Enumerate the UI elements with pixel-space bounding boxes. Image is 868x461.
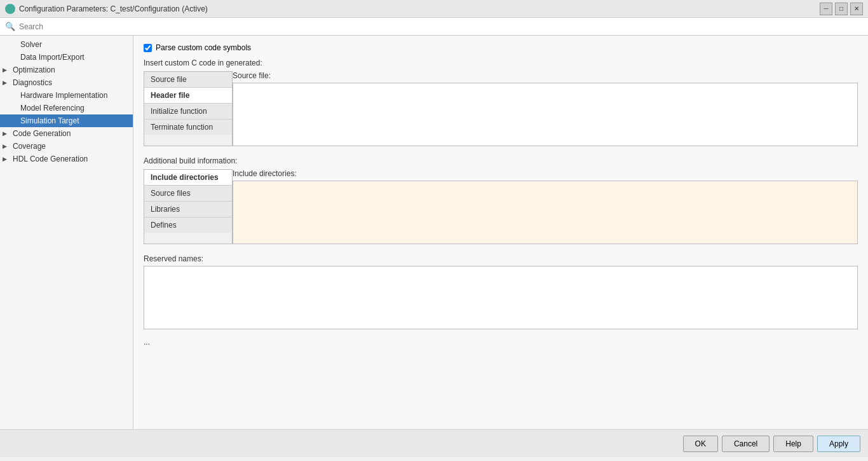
parse-custom-code-row: Parse custom code symbols: [144, 43, 858, 52]
search-input[interactable]: [19, 22, 863, 31]
additional-textarea-label: Include directories:: [233, 169, 858, 178]
sidebar-label-code-gen: Code Generation: [13, 129, 71, 138]
ok-button[interactable]: OK: [683, 436, 718, 452]
sidebar-label-diagnostics: Diagnostics: [13, 78, 52, 87]
add-tab-libraries[interactable]: Libraries: [144, 202, 232, 217]
sidebar-item-data-import-export[interactable]: Data Import/Export: [0, 51, 133, 64]
help-button[interactable]: Help: [773, 436, 813, 452]
sidebar-item-hardware-implementation[interactable]: Hardware Implementation: [0, 89, 133, 102]
reserved-names-label: Reserved names:: [144, 254, 858, 263]
maximize-button[interactable]: □: [835, 3, 848, 15]
reserved-names-textarea[interactable]: [144, 266, 858, 329]
sidebar-item-coverage[interactable]: ▶ Coverage: [0, 140, 133, 153]
title-bar: Configuration Parameters: C_test/Configu…: [0, 0, 868, 18]
sidebar-item-simulation-target[interactable]: Simulation Target: [0, 114, 133, 127]
tab-source-file[interactable]: Source file: [144, 72, 232, 88]
insert-textarea-label: Source file:: [233, 71, 858, 80]
additional-textarea[interactable]: [233, 181, 858, 244]
parse-custom-code-label: Parse custom code symbols: [156, 43, 251, 52]
no-arrow: [10, 118, 18, 124]
sidebar-label-coverage: Coverage: [13, 142, 46, 151]
sidebar-item-code-generation[interactable]: ▶ Code Generation: [0, 127, 133, 140]
expand-arrow-hdl: ▶: [3, 156, 10, 162]
bottom-bar: OK Cancel Help Apply: [0, 429, 868, 457]
sidebar-item-hdl-code-gen[interactable]: ▶ HDL Code Generation: [0, 153, 133, 165]
additional-label: Additional build information:: [144, 156, 858, 165]
sidebar: Solver Data Import/Export ▶ Optimization…: [0, 36, 133, 429]
minimize-button[interactable]: ─: [820, 3, 832, 15]
expand-arrow-diagnostics: ▶: [3, 79, 10, 86]
no-arrow: [10, 92, 18, 99]
additional-tabs-row: Include directories Source files Librari…: [144, 169, 858, 244]
expand-arrow-code-gen: ▶: [3, 130, 10, 137]
additional-section: Additional build information: Include di…: [144, 156, 858, 244]
sidebar-label-optimization: Optimization: [13, 65, 55, 74]
insert-section-label: Insert custom C code in generated:: [144, 58, 858, 67]
sidebar-item-diagnostics[interactable]: ▶ Diagnostics: [0, 76, 133, 89]
additional-tabs-list: Include directories Source files Librari…: [144, 169, 233, 244]
app-icon: [5, 4, 15, 14]
title-bar-left: Configuration Parameters: C_test/Configu…: [5, 4, 208, 14]
sidebar-item-model-referencing[interactable]: Model Referencing: [0, 102, 133, 114]
window-title: Configuration Parameters: C_test/Configu…: [19, 4, 208, 13]
apply-button[interactable]: Apply: [817, 436, 860, 452]
sidebar-label-hdl: HDL Code Generation: [13, 155, 88, 163]
parse-custom-code-checkbox[interactable]: [144, 44, 152, 52]
sidebar-label-model-ref: Model Referencing: [20, 104, 85, 113]
add-tab-defines[interactable]: Defines: [144, 217, 232, 233]
main-layout: Solver Data Import/Export ▶ Optimization…: [0, 36, 868, 429]
no-arrow: [10, 105, 18, 111]
cancel-button[interactable]: Cancel: [722, 436, 770, 452]
close-button[interactable]: ✕: [850, 3, 863, 15]
expand-arrow-coverage: ▶: [3, 143, 10, 149]
insert-section: Source file Header file Initialize funct…: [144, 71, 858, 146]
add-tab-include-directories[interactable]: Include directories: [144, 170, 232, 186]
reserved-section: Reserved names:: [144, 254, 858, 331]
insert-tabs-list: Source file Header file Initialize funct…: [144, 71, 233, 146]
insert-textarea[interactable]: [233, 83, 858, 146]
sidebar-label-solver: Solver: [20, 40, 42, 49]
insert-textarea-section: Source file:: [233, 71, 858, 146]
ellipsis: ...: [144, 338, 858, 347]
expand-arrow-optimization: ▶: [3, 67, 10, 73]
title-bar-controls: ─ □ ✕: [820, 3, 863, 15]
content-area: Parse custom code symbols Insert custom …: [133, 36, 868, 429]
tab-terminate-function[interactable]: Terminate function: [144, 120, 232, 135]
add-tab-source-files[interactable]: Source files: [144, 186, 232, 202]
no-arrow: [10, 41, 18, 48]
additional-textarea-section: Include directories:: [233, 169, 858, 244]
tab-header-file[interactable]: Header file: [144, 88, 232, 104]
sidebar-item-optimization[interactable]: ▶ Optimization: [0, 64, 133, 76]
no-arrow: [10, 54, 18, 60]
sidebar-label-hardware: Hardware Implementation: [20, 91, 107, 100]
sidebar-label-simulation: Simulation Target: [20, 116, 79, 125]
search-icon: 🔍: [5, 22, 15, 31]
sidebar-item-solver[interactable]: Solver: [0, 38, 133, 51]
search-bar: 🔍: [0, 18, 868, 36]
tab-initialize-function[interactable]: Initialize function: [144, 104, 232, 120]
sidebar-label-data-import: Data Import/Export: [20, 53, 85, 62]
